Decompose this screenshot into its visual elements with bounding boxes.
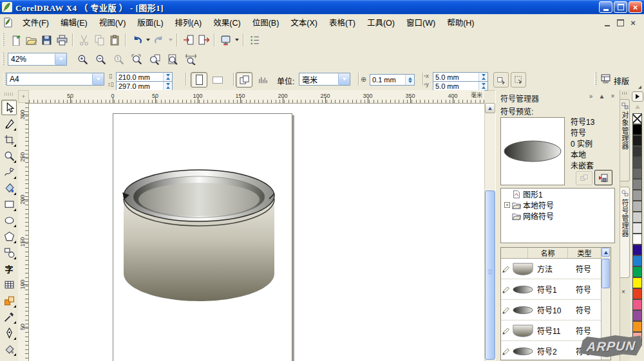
page-height-spinner[interactable] bbox=[163, 82, 172, 90]
toolbar-overflow-icon[interactable] bbox=[638, 86, 641, 89]
landscape-button[interactable] bbox=[209, 72, 226, 88]
export-library-button[interactable] bbox=[594, 170, 612, 185]
doc-minimize-button[interactable] bbox=[603, 19, 612, 26]
zoom-out-button[interactable] bbox=[93, 51, 108, 67]
smart-fill-tool[interactable] bbox=[1, 180, 17, 196]
menu-item-12[interactable]: 帮助(H) bbox=[441, 14, 480, 30]
color-swatch-9c9c9c[interactable] bbox=[632, 190, 642, 201]
save-button[interactable] bbox=[39, 32, 54, 48]
menu-item-1[interactable]: 文件(F) bbox=[17, 14, 55, 30]
docker-tab-close-button[interactable]: × bbox=[621, 288, 625, 295]
eyedropper-tool[interactable] bbox=[1, 309, 17, 324]
table-scroll-up-button[interactable] bbox=[601, 248, 610, 257]
docker-collapse-button[interactable]: » bbox=[587, 91, 595, 100]
zoom-width-button[interactable] bbox=[183, 51, 198, 67]
color-swatch-828282[interactable] bbox=[632, 179, 642, 190]
rectangle-tool[interactable] bbox=[1, 196, 17, 212]
minimize-button[interactable] bbox=[599, 1, 612, 13]
nudge-offset-field[interactable]: 0.1 mm bbox=[370, 74, 415, 86]
no-color-swatch[interactable] bbox=[632, 113, 642, 124]
nudge-spinner[interactable] bbox=[405, 75, 414, 85]
print-button[interactable] bbox=[54, 32, 70, 48]
close-button[interactable]: × bbox=[629, 1, 642, 13]
color-swatch-e8e8e8[interactable] bbox=[632, 223, 642, 234]
scrollbar-thumb[interactable] bbox=[485, 190, 495, 360]
paper-size-combobox[interactable]: A4 bbox=[6, 73, 104, 86]
blend-tool[interactable] bbox=[1, 293, 17, 308]
color-swatch-1c1c1c[interactable] bbox=[632, 135, 642, 146]
export-button[interactable] bbox=[196, 32, 211, 48]
color-swatch-4f4f4f[interactable] bbox=[632, 157, 642, 168]
docker-strip-grip[interactable] bbox=[622, 92, 628, 95]
docker-tab-2[interactable]: 符号管理器 bbox=[620, 187, 630, 278]
page-width-field[interactable]: 210.0 mm bbox=[116, 72, 173, 82]
menu-item-9[interactable]: 表格(T) bbox=[323, 14, 361, 30]
drawing-canvas[interactable] bbox=[29, 103, 484, 361]
color-swatch-363636[interactable] bbox=[632, 146, 642, 157]
docker-close-button[interactable]: × bbox=[609, 91, 617, 100]
symbol-row-1[interactable]: 方法符号 bbox=[501, 259, 611, 279]
palette-scroll-up-button[interactable] bbox=[632, 102, 642, 111]
zoom-selected-button[interactable] bbox=[129, 51, 144, 67]
import-button[interactable] bbox=[180, 32, 196, 48]
table-tool[interactable] bbox=[1, 277, 17, 292]
paste-button[interactable] bbox=[107, 32, 122, 48]
menu-item-2[interactable]: 编辑(E) bbox=[55, 14, 93, 30]
treat-as-filled-button[interactable] bbox=[493, 72, 509, 88]
menu-item-7[interactable]: 位图(B) bbox=[247, 14, 285, 30]
zoom-page-button[interactable] bbox=[165, 51, 180, 67]
fill-tool[interactable] bbox=[1, 341, 17, 356]
color-swatch-e8401c[interactable] bbox=[632, 288, 642, 299]
paper-size-dropdown-button[interactable] bbox=[92, 73, 104, 85]
shape-tool[interactable] bbox=[1, 116, 17, 131]
palette-flyout-button[interactable] bbox=[632, 91, 643, 102]
restore-button[interactable] bbox=[614, 1, 627, 13]
page-width-spinner[interactable] bbox=[163, 73, 172, 81]
menu-item-10[interactable]: 工具(O) bbox=[361, 14, 401, 30]
launcher-button[interactable] bbox=[218, 32, 233, 48]
crop-tool[interactable] bbox=[1, 132, 17, 147]
zoom-toolbar-grip[interactable] bbox=[2, 53, 5, 66]
color-swatch-696969[interactable] bbox=[632, 168, 642, 179]
pick-tool[interactable] bbox=[1, 100, 17, 115]
color-swatch-2b0b8e[interactable] bbox=[632, 245, 642, 255]
menu-item-6[interactable]: 效果(C) bbox=[207, 14, 246, 30]
zoom-level-dropdown-button[interactable] bbox=[55, 53, 66, 65]
duplicate-y-spinner[interactable] bbox=[478, 82, 488, 90]
duplicate-x-spinner[interactable] bbox=[478, 73, 488, 81]
color-swatch-00a551[interactable] bbox=[632, 266, 642, 277]
menu-item-5[interactable]: 排列(A) bbox=[169, 14, 208, 30]
doc-restore-button[interactable] bbox=[616, 19, 625, 26]
open-button[interactable] bbox=[23, 32, 39, 48]
page-height-field[interactable]: 297.0 mm bbox=[116, 81, 173, 91]
color-swatch-b5b5b5[interactable] bbox=[632, 201, 642, 212]
layout-toolbar-grip[interactable] bbox=[594, 73, 597, 86]
color-swatch-cfcfcf[interactable] bbox=[632, 212, 642, 223]
color-swatch-ee5a8a[interactable] bbox=[632, 299, 642, 310]
column-name-header[interactable]: 名称 bbox=[528, 248, 568, 258]
table-scrollbar-thumb[interactable] bbox=[601, 259, 610, 288]
basic-shapes-tool[interactable] bbox=[1, 245, 17, 260]
new-button[interactable] bbox=[8, 32, 23, 48]
color-swatch-000000[interactable] bbox=[632, 124, 642, 135]
all-pages-button[interactable] bbox=[236, 72, 252, 88]
menu-item-11[interactable]: 窗口(W) bbox=[401, 14, 441, 30]
options-button[interactable] bbox=[247, 32, 262, 48]
zoom-all-button[interactable] bbox=[147, 51, 162, 67]
color-swatch-ffffff[interactable] bbox=[632, 234, 642, 245]
tree-item-2[interactable]: +本地符号 bbox=[501, 199, 614, 210]
text-tool[interactable]: 字 bbox=[1, 261, 17, 276]
doc-close-button[interactable]: × bbox=[629, 19, 638, 26]
freehand-tool[interactable] bbox=[1, 164, 17, 180]
marquee-select-button[interactable] bbox=[511, 72, 526, 88]
units-dropdown-button[interactable] bbox=[338, 73, 350, 85]
ruler-origin-button[interactable]: + bbox=[18, 90, 29, 103]
portrait-button[interactable] bbox=[191, 72, 207, 88]
zoom-tool[interactable] bbox=[1, 148, 17, 163]
duplicate-y-field[interactable]: 5.0 mm bbox=[433, 81, 488, 91]
zoom-level-combobox[interactable]: 42% bbox=[8, 53, 67, 66]
ellipse-tool[interactable] bbox=[1, 212, 17, 228]
tree-item-3[interactable]: 网络符号 bbox=[501, 210, 614, 221]
launcher-dropdown-button[interactable] bbox=[233, 32, 240, 48]
units-combobox[interactable]: 毫米 bbox=[299, 73, 350, 86]
